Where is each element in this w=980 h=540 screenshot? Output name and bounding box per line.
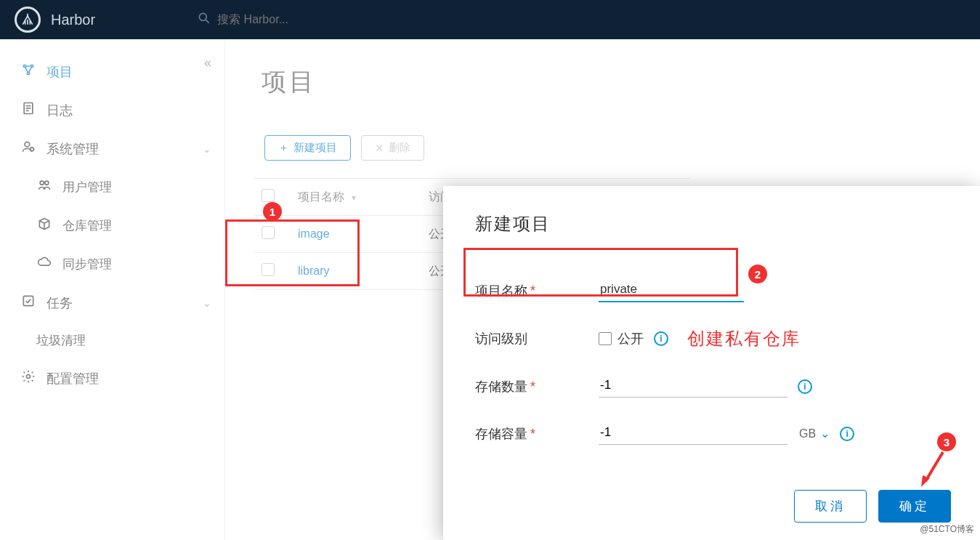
field-quota-count: 存储数量* i [475,375,948,398]
svg-line-1 [206,20,209,23]
public-checkbox-label: 公开 [617,330,644,347]
label-access-level: 访问级别 [475,330,599,347]
callout-badge-2: 2 [748,265,767,283]
svg-line-15 [926,452,943,481]
info-icon[interactable]: i [840,427,854,441]
confirm-button[interactable]: 确定 [878,490,951,523]
callout-badge-1: 1 [263,202,282,221]
project-name-input[interactable] [599,279,744,302]
field-project-name: 项目名称* [475,279,948,302]
search-icon [197,11,211,28]
chevron-down-icon: ⌄ [820,427,830,440]
cancel-button[interactable]: 取消 [794,490,867,523]
quota-count-input[interactable] [599,375,787,398]
info-icon[interactable]: i [798,379,812,394]
modal-title: 新建项目 [475,212,948,235]
quota-size-input[interactable] [599,422,787,445]
modal-actions: 取消 确定 [794,490,951,523]
new-project-modal: 新建项目 项目名称* 访问级别 公开 i 创建私有仓库 存储数量* i 存储容量… [443,186,980,540]
field-quota-size: 存储容量* GB ⌄ i [475,422,948,445]
brand: Harbor [15,7,95,33]
global-search[interactable] [197,11,392,28]
label-quota-count: 存储数量* [475,378,599,395]
callout-arrow-3 [920,449,949,490]
label-project-name: 项目名称* [475,282,599,299]
field-access-level: 访问级别 公开 i 创建私有仓库 [475,327,948,350]
app-body: « 项目 日志 系统管理 ⌄ 用户管理 [0,39,980,540]
annotation-text: 创建私有仓库 [687,327,801,350]
harbor-logo-icon [15,7,41,33]
quota-size-unit-select[interactable]: GB ⌄ [799,427,830,440]
public-checkbox[interactable] [599,332,612,345]
watermark: @51CTO博客 [920,523,974,536]
brand-text: Harbor [51,12,95,28]
global-search-input[interactable] [217,13,392,26]
svg-point-0 [199,13,206,20]
info-icon[interactable]: i [654,331,668,346]
top-bar: Harbor [0,0,980,39]
label-quota-size: 存储容量* [475,425,599,443]
